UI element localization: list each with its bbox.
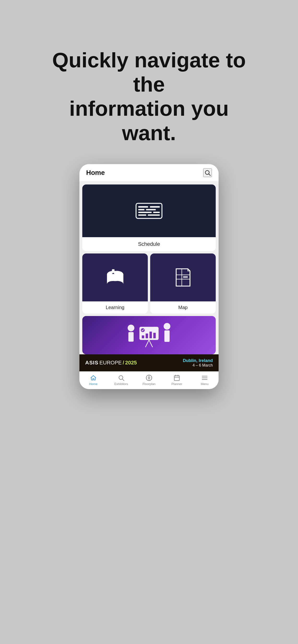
nav-exhibitors[interactable]: Exhibitors — [107, 372, 135, 389]
svg-point-19 — [164, 323, 170, 330]
asis-logo: ASIS EUROPE / 2025 — [85, 360, 137, 366]
nav-home-label: Home — [89, 382, 98, 386]
banner-card[interactable] — [82, 316, 216, 354]
schedule-icon — [135, 200, 163, 222]
svg-rect-23 — [146, 334, 148, 338]
svg-rect-7 — [138, 212, 152, 213]
search-icon — [204, 170, 211, 176]
svg-rect-10 — [148, 214, 160, 216]
nav-floorplan-label: Floorplan — [142, 382, 156, 386]
app-header: Home — [79, 164, 219, 182]
search-button[interactable] — [203, 168, 212, 177]
nav-menu[interactable]: Menu — [191, 372, 219, 389]
nav-planner-label: Planner — [172, 382, 182, 386]
map-card[interactable]: Map — [150, 254, 216, 314]
svg-rect-18 — [128, 332, 134, 342]
svg-rect-2 — [136, 203, 162, 218]
svg-line-1 — [209, 174, 210, 176]
nav-home[interactable]: Home — [79, 372, 107, 389]
nav-exhibitors-label: Exhibitors — [114, 382, 128, 386]
book-icon — [104, 267, 126, 288]
svg-point-26 — [141, 328, 145, 332]
svg-rect-8 — [153, 212, 160, 213]
svg-point-31 — [148, 377, 150, 378]
map-label: Map — [150, 302, 216, 314]
schedule-label: Schedule — [82, 237, 216, 251]
learning-label: Learning — [82, 302, 148, 314]
two-col-row: Learning — [82, 254, 216, 314]
svg-rect-24 — [150, 332, 152, 338]
learning-card-image — [82, 254, 148, 302]
svg-rect-6 — [146, 209, 156, 210]
svg-line-28 — [149, 340, 153, 347]
home-icon — [90, 374, 97, 381]
svg-rect-20 — [164, 330, 170, 342]
app-content: Schedule — [79, 182, 219, 354]
svg-rect-22 — [142, 336, 144, 338]
planner-icon — [174, 374, 180, 381]
schedule-card[interactable]: Schedule — [82, 184, 216, 251]
exhibitors-icon — [118, 374, 124, 381]
svg-rect-16 — [183, 276, 188, 278]
svg-rect-4 — [150, 206, 160, 208]
bottom-nav: Home Exhibitors Floorplan — [79, 371, 219, 389]
banner-illustration — [118, 320, 180, 351]
svg-line-30 — [122, 379, 124, 380]
learning-card[interactable]: Learning — [82, 254, 148, 314]
menu-icon — [201, 374, 208, 381]
svg-rect-9 — [138, 214, 146, 216]
svg-rect-32 — [175, 376, 180, 380]
svg-rect-3 — [138, 206, 148, 208]
asis-location: Dublin, Ireland 4 – 6 March — [183, 358, 213, 368]
svg-rect-25 — [153, 333, 156, 338]
map-icon — [172, 267, 194, 288]
svg-line-27 — [145, 340, 149, 347]
svg-point-17 — [128, 325, 134, 331]
app-title: Home — [86, 169, 105, 176]
schedule-card-image — [82, 184, 216, 237]
asis-bar: ASIS EUROPE / 2025 Dublin, Ireland 4 – 6… — [79, 354, 219, 371]
nav-planner[interactable]: Planner — [163, 372, 191, 389]
nav-menu-label: Menu — [201, 382, 209, 386]
svg-rect-5 — [138, 209, 144, 210]
map-card-image — [150, 254, 216, 302]
headline: Quickly navigate to the information you … — [41, 48, 257, 145]
floorplan-icon — [146, 374, 152, 381]
nav-floorplan[interactable]: Floorplan — [135, 372, 163, 389]
phone-mockup: Home — [79, 164, 219, 389]
